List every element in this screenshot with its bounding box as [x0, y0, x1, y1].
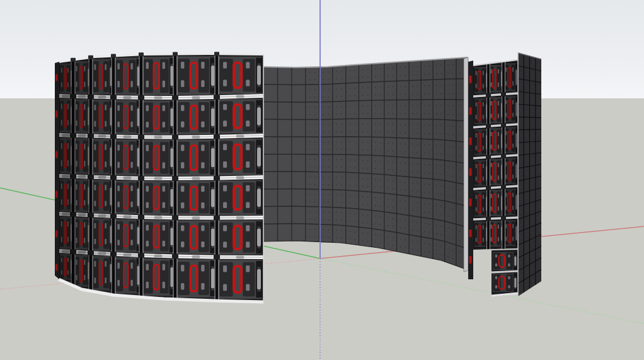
- led-panel[interactable]: [176, 56, 216, 95]
- led-panel[interactable]: [492, 252, 517, 270]
- led-panel[interactable]: [176, 180, 216, 216]
- led-panel[interactable]: [176, 220, 216, 255]
- led-wall-junction: [464, 57, 473, 279]
- led-panel[interactable]: [218, 99, 263, 134]
- viewport-3d[interactable]: [0, 0, 644, 360]
- led-panel[interactable]: [176, 259, 216, 298]
- led-panel[interactable]: [218, 180, 263, 216]
- led-panel[interactable]: [218, 259, 263, 299]
- led-panel[interactable]: [176, 139, 216, 177]
- led-wall-right-edge-grid[interactable]: [518, 53, 541, 296]
- led-panel[interactable]: [176, 100, 216, 135]
- scene-canvas[interactable]: [0, 0, 644, 360]
- led-panel[interactable]: [218, 138, 263, 175]
- led-panel[interactable]: [218, 220, 263, 255]
- led-panel[interactable]: [492, 273, 517, 293]
- led-wall-left-section[interactable]: [54, 49, 268, 306]
- led-panel[interactable]: [218, 56, 263, 94]
